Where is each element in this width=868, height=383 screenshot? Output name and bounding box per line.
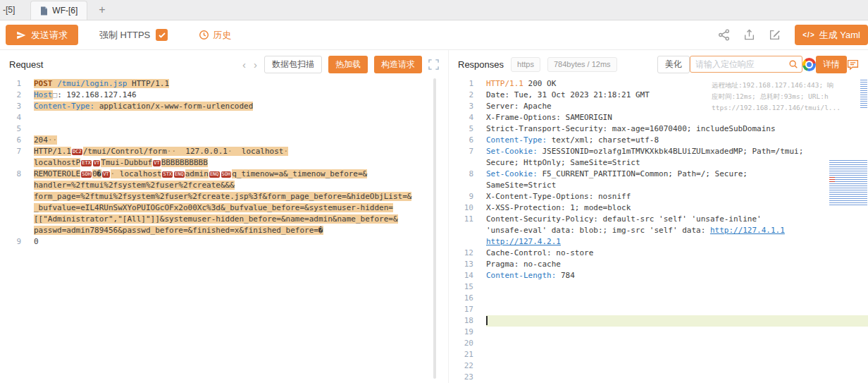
generate-yaml-label: 生成 Yaml	[819, 29, 860, 42]
control-char: STX	[162, 171, 173, 178]
line-number: 19	[449, 327, 480, 338]
edit-button[interactable]	[765, 26, 783, 44]
code-segment: /tmui/login.jsp	[57, 79, 127, 88]
code-line[interactable]: 10X-XSS-Protection: 1; mode=block	[449, 202, 868, 214]
code-line[interactable]: http://127.4.2.1	[449, 236, 868, 248]
code-line[interactable]: 14Content-Length: 784	[449, 270, 868, 281]
code-line[interactable]: Secure; HttpOnly; SameSite=Strict	[449, 157, 868, 169]
history-button[interactable]: 历史	[199, 29, 231, 42]
code-icon: </>	[802, 31, 814, 39]
tab-bar: -[5] WF-[6] +	[0, 0, 868, 20]
chrome-browser-icon[interactable]	[802, 58, 816, 71]
response-editor[interactable]: 远程地址:192.168.127.146:443; 响 应时间:12ms; 总耗…	[449, 78, 868, 383]
line-text	[486, 304, 868, 315]
line-text: [["Administrator","[All]"]]&systemuser-h…	[34, 214, 448, 225]
chevron-left-icon[interactable]: ‹	[242, 59, 247, 70]
line-text: Server: Apache	[486, 101, 868, 112]
send-request-button[interactable]: 发送请求	[6, 25, 78, 45]
code-line[interactable]: _bufvalue=eIL4RUnSwXYoPUIOGcOFx2o00Xc%3d…	[0, 202, 448, 214]
code-line[interactable]: 4	[0, 112, 448, 123]
line-number: 6	[449, 135, 480, 146]
line-text	[34, 112, 448, 123]
fullscreen-icon[interactable]	[428, 59, 439, 70]
search-icon[interactable]	[788, 59, 798, 69]
code-line[interactable]: 5	[0, 123, 448, 135]
code-segment: JSESSIONID=ozlafg1mTMVKXkbk4BLUiZULmxade…	[538, 147, 804, 156]
line-number: 3	[449, 101, 480, 112]
export-button[interactable]	[740, 26, 758, 44]
code-line[interactable]: 6204··	[0, 135, 448, 146]
code-line[interactable]: 18	[449, 315, 868, 327]
force-https-checkbox[interactable]	[156, 29, 168, 41]
code-line[interactable]: 12Cache-Control: no-store	[449, 248, 868, 259]
chevron-right-icon[interactable]: ›	[253, 59, 258, 70]
code-line[interactable]: 90	[0, 236, 448, 248]
line-text: Strict-Transport-Security: max-age=16070…	[486, 123, 868, 135]
share-button[interactable]	[714, 26, 733, 44]
code-line[interactable]: [["Administrator","[All]"]]&systemuser-h…	[0, 214, 448, 225]
generate-yaml-button[interactable]: </> 生成 Yaml	[795, 25, 868, 45]
control-char: SOH	[221, 171, 232, 178]
protocol-badge: https	[511, 57, 540, 72]
line-text: Date: Tue, 31 Oct 2023 21:18:21 GMT	[486, 90, 868, 101]
code-line[interactable]: 3Server: Apache	[449, 101, 868, 112]
code-segment: ·	[228, 147, 232, 156]
code-line[interactable]: 5Strict-Transport-Security: max-age=1607…	[449, 123, 868, 135]
code-line[interactable]: 15	[449, 281, 868, 293]
code-line[interactable]: 8REMOTEROLESOH0�VT· localhostSTXENQadmin…	[0, 169, 448, 180]
line-number: 8	[0, 169, 28, 180]
request-header-actions: ‹ › 数据包扫描 热加载 构造请求	[242, 56, 439, 73]
code-line[interactable]: 22	[449, 360, 868, 372]
line-number: 9	[449, 191, 480, 202]
request-editor[interactable]: 1POST /tmui/login.jsp HTTP/1.12Host□: 19…	[0, 78, 448, 383]
code-line[interactable]: 19	[449, 327, 868, 338]
code-line[interactable]: passwd=admin789456&passwd_before=&finish…	[0, 225, 448, 236]
code-line[interactable]: form_page=%2ftmui%2fsystem%2fuser%2fcrea…	[0, 191, 448, 202]
code-line[interactable]: SameSite=Strict	[449, 180, 868, 191]
new-tab-button[interactable]: +	[99, 4, 105, 16]
code-line[interactable]: 17	[449, 304, 868, 315]
minimap-marks-top	[860, 80, 867, 108]
feedback-comment-icon[interactable]	[847, 59, 859, 71]
code-line[interactable]: handler=%2ftmui%2fsystem%2fuser%2fcreate…	[0, 180, 448, 191]
code-segment: Date: Tue, 31 Oct 2023 21:18:21 GMT	[486, 90, 650, 99]
code-line[interactable]: localhostPETXVTTmui-DubbufVTBBBBBBBBBB	[0, 157, 448, 169]
code-line[interactable]: 1HTTP/1.1 200 OK	[449, 78, 868, 90]
code-line[interactable]: 1POST /tmui/login.jsp HTTP/1.1	[0, 78, 448, 90]
code-line[interactable]: 13Pragma: no-cache	[449, 259, 868, 270]
code-line[interactable]: 'unsafe-eval' data: blob:; img-src 'self…	[449, 225, 868, 236]
construct-request-button[interactable]: 构造请求	[374, 56, 422, 73]
line-number: 10	[449, 202, 480, 214]
code-line[interactable]: 3Content-Type: application/x-www-form-ur…	[0, 101, 448, 112]
code-line[interactable]: 16	[449, 293, 868, 304]
code-line[interactable]: 23	[449, 372, 868, 383]
line-number	[449, 157, 480, 169]
code-line[interactable]: 7Set-Cookie: JSESSIONID=ozlafg1mTMVKXkbk…	[449, 146, 868, 157]
code-line[interactable]: 4X-Frame-Options: SAMEORIGIN	[449, 112, 868, 123]
code-line[interactable]: 7HTTP/1.1DC2/tmui/Control/form·· 127.0.0…	[0, 146, 448, 157]
code-line[interactable]: 9X-Content-Type-Options: nosniff	[449, 191, 868, 202]
details-button[interactable]: 详情	[816, 56, 847, 73]
line-number	[449, 180, 480, 191]
code-line[interactable]: 2Host□: 192.168.127.146	[0, 90, 448, 101]
minimap[interactable]	[829, 78, 868, 383]
line-text: Content-Type: application/x-www-form-url…	[34, 101, 448, 112]
tab-wf-6[interactable]: WF-[6]	[30, 1, 87, 20]
packet-scan-button[interactable]: 数据包扫描	[264, 56, 322, 73]
previous-tab-label[interactable]: -[5]	[3, 5, 15, 15]
code-line[interactable]: 21	[449, 349, 868, 360]
line-text: HTTP/1.1 200 OK	[486, 78, 868, 90]
code-line[interactable]: 8Set-Cookie: F5_CURRENT_PARTITION=Common…	[449, 169, 868, 180]
code-line[interactable]: 11Content-Security-Policy: default-src '…	[449, 214, 868, 225]
hot-reload-button[interactable]: 热加载	[328, 56, 368, 73]
code-line[interactable]: 2Date: Tue, 31 Oct 2023 21:18:21 GMT	[449, 90, 868, 101]
control-char: DC2	[72, 149, 82, 155]
line-number	[0, 180, 28, 191]
chrome-icon-center	[805, 61, 813, 68]
line-text: passwd=admin789456&passwd_before=&finish…	[34, 225, 448, 236]
code-line[interactable]: 6Content-Type: text/xml; charset=utf-8	[449, 135, 868, 146]
response-search-input[interactable]	[695, 59, 788, 69]
beautify-button[interactable]: 美化	[657, 56, 690, 73]
code-line[interactable]: 20	[449, 338, 868, 349]
request-scrollbar[interactable]	[433, 78, 436, 379]
